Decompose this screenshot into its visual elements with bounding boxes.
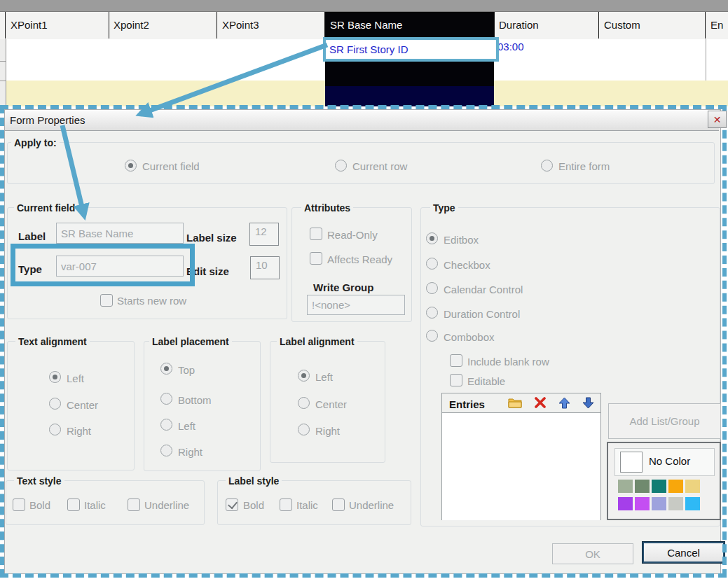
active-cell-sr-first-story-id[interactable]: SR First Story ID <box>323 37 499 62</box>
column-header-custom[interactable]: Custom <box>599 12 706 39</box>
column-header-sr-base-name[interactable]: SR Base Name <box>325 12 495 39</box>
column-header-xpoint3[interactable]: XPoint3 <box>217 12 325 39</box>
duration-cell[interactable]: 03:00 <box>497 41 524 53</box>
window-top-strip <box>0 0 728 11</box>
row-selector-header[interactable] <box>0 12 6 39</box>
column-divider <box>706 39 706 81</box>
column-header-end[interactable]: En <box>706 12 728 39</box>
column-header-duration[interactable]: Duration <box>494 12 599 39</box>
column-header-xpoint1[interactable]: XPoint1 <box>6 12 109 39</box>
sr-column-selected-block-row[interactable] <box>325 86 494 106</box>
gutter-separator <box>0 81 6 81</box>
row-selector-gutter[interactable] <box>0 39 6 106</box>
gutter-separator <box>0 61 6 62</box>
close-icon[interactable]: ✕ <box>708 111 727 128</box>
column-header-xpoint2[interactable]: Xpoint2 <box>109 12 217 39</box>
callout-dashed-frame <box>0 105 727 578</box>
screen: XPoint1 Xpoint2 XPoint3 SR Base Name Dur… <box>0 0 728 579</box>
